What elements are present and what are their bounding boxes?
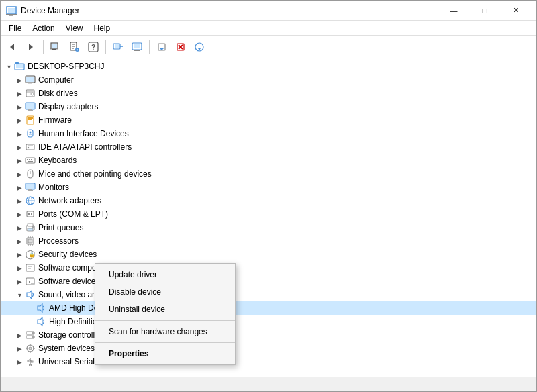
- expand-security[interactable]: ▶: [14, 249, 25, 260]
- expand-monitors[interactable]: ▶: [14, 182, 25, 193]
- svg-rect-1: [8, 8, 15, 13]
- expand-disk[interactable]: ▶: [14, 88, 25, 99]
- expand-root[interactable]: ▾: [3, 61, 14, 72]
- menu-view[interactable]: View: [60, 22, 89, 34]
- forward-button[interactable]: [22, 38, 40, 56]
- svg-marker-26: [160, 44, 164, 50]
- tree-item-monitors[interactable]: ▶ Monitors: [1, 181, 536, 194]
- expand-usb[interactable]: ▶: [14, 356, 25, 367]
- expand-computer[interactable]: ▶: [14, 75, 25, 85]
- svg-marker-94: [38, 304, 42, 312]
- download-toolbar-btn[interactable]: [191, 38, 208, 56]
- expand-keyboards[interactable]: ▶: [14, 155, 25, 166]
- toolbar-separator-2: [105, 40, 106, 54]
- tree-view[interactable]: ▾ DESKTOP-SFP3CHJ ▶ Computer: [1, 58, 536, 377]
- toolbar-separator-3: [149, 40, 150, 54]
- tree-item-storage-ctrl[interactable]: ▶ Storage controllers: [1, 328, 536, 342]
- expand-mice[interactable]: ▶: [14, 168, 25, 179]
- svg-rect-48: [28, 119, 32, 120]
- svg-rect-43: [26, 103, 34, 109]
- sound-icon: [25, 289, 36, 300]
- expand-software-comp[interactable]: ▶: [14, 262, 25, 273]
- maximize-button[interactable]: □: [469, 1, 500, 21]
- svg-marker-4: [10, 44, 14, 50]
- properties-toolbar-btn[interactable]: ?: [66, 38, 83, 56]
- keyboards-icon: [25, 155, 36, 166]
- svg-rect-70: [27, 211, 34, 217]
- svg-point-101: [29, 347, 32, 350]
- tree-root[interactable]: ▾ DESKTOP-SFP3CHJ: [1, 60, 536, 73]
- expand-sound[interactable]: ▾: [14, 289, 25, 300]
- ctx-scan-hardware[interactable]: Scan for hardware changes: [95, 323, 235, 340]
- tree-item-security[interactable]: ▶ 🔒 Security devices: [1, 248, 536, 261]
- tree-item-software-dev[interactable]: ▶ Software devices: [1, 275, 536, 288]
- device-manager-window: Device Manager — □ ✕ File Action View He…: [0, 0, 537, 392]
- svg-rect-59: [31, 159, 32, 160]
- ports-label: Ports (COM & LPT): [38, 209, 108, 219]
- expand-hid[interactable]: ▶: [14, 128, 25, 139]
- svg-rect-24: [134, 50, 140, 51]
- svg-point-55: [28, 147, 29, 148]
- menu-action[interactable]: Action: [27, 22, 60, 34]
- uninstall-toolbar-btn[interactable]: [172, 38, 189, 56]
- expand-system-dev[interactable]: ▶: [14, 343, 25, 354]
- close-button[interactable]: ✕: [500, 1, 531, 21]
- tree-item-high-def[interactable]: ▶ High Definition Audio Device: [1, 315, 536, 328]
- monitors-icon: [25, 182, 36, 193]
- ctx-update-driver[interactable]: Update driver: [95, 266, 235, 283]
- tree-item-disk[interactable]: ▶ Disk drives: [1, 87, 536, 100]
- ctx-properties[interactable]: Properties: [95, 345, 235, 362]
- expand-storage-ctrl[interactable]: ▶: [14, 330, 25, 340]
- update-toolbar-btn[interactable]: [153, 38, 170, 56]
- scan-toolbar-btn[interactable]: [109, 38, 127, 56]
- tree-item-sound[interactable]: ▾ Sound, video and game controllers: [1, 288, 536, 301]
- tree-item-amd-audio[interactable]: ▶ AMD High Definition Audio Device: [1, 301, 536, 315]
- expand-software-dev[interactable]: ▶: [14, 276, 25, 287]
- software-dev-label: Software devices: [38, 277, 99, 286]
- network-icon: [25, 195, 36, 206]
- tree-item-ide[interactable]: ▶ IDE ATA/ATAPI controllers: [1, 140, 536, 154]
- tree-item-network[interactable]: ▶ Network adapters: [1, 194, 536, 207]
- tree-item-usb[interactable]: ▶ Universal Serial Bus controllers: [1, 355, 536, 369]
- expand-network[interactable]: ▶: [14, 195, 25, 206]
- svg-marker-95: [38, 317, 42, 326]
- tree-item-computer[interactable]: ▶ Computer: [1, 73, 536, 87]
- expand-ide[interactable]: ▶: [14, 142, 25, 152]
- screen-toolbar-btn[interactable]: [128, 38, 146, 56]
- storage-ctrl-icon: [25, 330, 36, 340]
- svg-point-98: [32, 332, 34, 334]
- svg-rect-7: [52, 44, 57, 48]
- svg-text:?: ?: [91, 44, 95, 51]
- menu-help[interactable]: Help: [89, 22, 116, 34]
- device-manager-toolbar-btn[interactable]: [47, 38, 64, 56]
- mice-label: Mice and other pointing devices: [38, 169, 152, 179]
- processors-label: Processors: [38, 236, 79, 246]
- menu-file[interactable]: File: [3, 22, 27, 34]
- expand-ports[interactable]: ▶: [14, 209, 25, 219]
- tree-item-ports[interactable]: ▶ Ports (COM & LPT): [1, 207, 536, 221]
- expand-print[interactable]: ▶: [14, 222, 25, 233]
- svg-rect-74: [28, 224, 33, 226]
- svg-rect-37: [26, 77, 34, 82]
- expand-firmware[interactable]: ▶: [14, 115, 25, 126]
- help-toolbar-btn[interactable]: ?: [85, 38, 102, 56]
- expand-processors[interactable]: ▶: [14, 236, 25, 246]
- tree-item-mice[interactable]: ▶ Mice and other pointing devices: [1, 167, 536, 181]
- window-icon: [6, 5, 17, 16]
- tree-item-system-dev[interactable]: ▶ System devices: [1, 342, 536, 355]
- tree-item-hid[interactable]: ▶ Human Interface Devices: [1, 127, 536, 140]
- ctx-disable-device[interactable]: Disable device: [95, 283, 235, 301]
- tree-item-keyboards[interactable]: ▶ Keyboards: [1, 154, 536, 167]
- high-def-icon: [36, 316, 46, 327]
- tree-item-software-comp[interactable]: ▶ Software components: [1, 261, 536, 275]
- tree-item-display[interactable]: ▶ Display adapters: [1, 100, 536, 113]
- window-title: Device Manager: [21, 6, 438, 15]
- minimize-button[interactable]: —: [438, 1, 469, 21]
- expand-display[interactable]: ▶: [14, 101, 25, 112]
- ide-icon: [25, 142, 36, 152]
- back-button[interactable]: [3, 38, 21, 56]
- ctx-uninstall-device[interactable]: Uninstall device: [95, 301, 235, 318]
- tree-item-processors[interactable]: ▶ Processors: [1, 234, 536, 248]
- tree-item-print[interactable]: ▶ Print queues: [1, 221, 536, 234]
- tree-item-firmware[interactable]: ▶ Firmware: [1, 113, 536, 127]
